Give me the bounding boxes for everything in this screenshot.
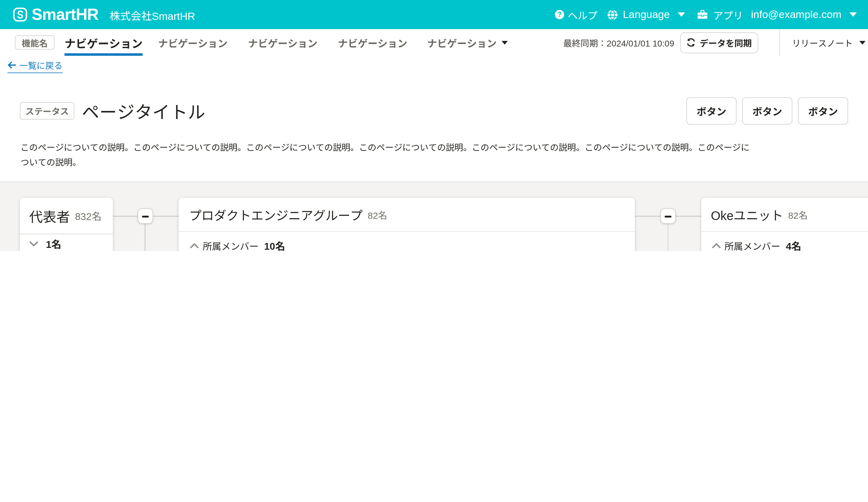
svg-text:?: ? <box>557 11 561 19</box>
